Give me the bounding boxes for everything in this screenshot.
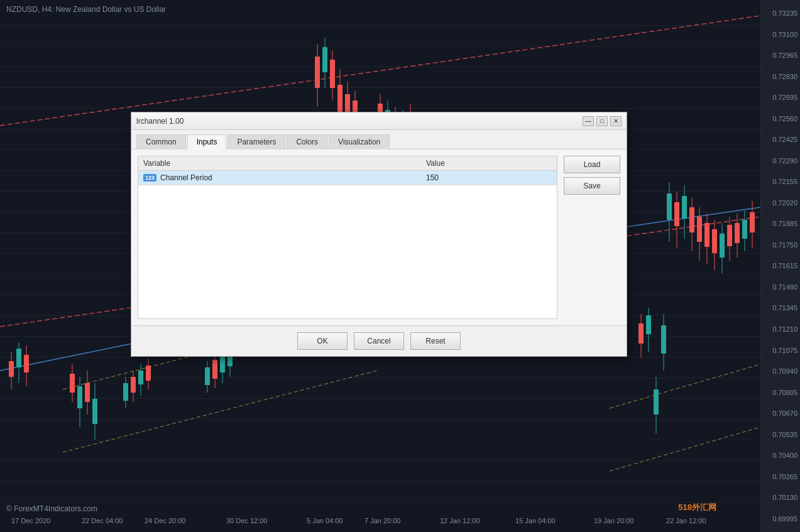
svg-rect-39: [315, 57, 320, 88]
col-header-variable: Variable: [143, 159, 426, 168]
tab-inputs[interactable]: Inputs: [187, 134, 227, 149]
watermark-left: © ForexMT4Indicators.com: [6, 504, 97, 513]
svg-rect-35: [220, 355, 225, 372]
svg-line-7: [610, 207, 760, 229]
svg-rect-19: [85, 383, 90, 402]
svg-rect-21: [92, 399, 97, 424]
time-label-7: 15 Jan 04:00: [515, 517, 556, 524]
price-label-2: 0.72965: [764, 52, 797, 59]
svg-rect-11: [16, 349, 21, 367]
dialog-footer: OK Cancel Reset: [131, 325, 627, 356]
time-label-9: 22 Jan 12:00: [666, 517, 706, 524]
price-label-10: 0.71885: [764, 220, 797, 227]
time-axis: 17 Dec 2020 22 Dec 04:00 24 Dec 20:00 30…: [0, 514, 760, 527]
grid-line: [0, 46, 760, 46]
grid-line: [0, 440, 760, 440]
svg-rect-25: [131, 377, 136, 393]
svg-rect-85: [727, 225, 732, 246]
svg-rect-69: [667, 193, 672, 220]
price-label-20: 0.70535: [764, 431, 797, 438]
price-label-4: 0.72695: [764, 94, 797, 101]
price-label-24: 0.69995: [764, 515, 797, 523]
price-label-17: 0.70940: [764, 367, 797, 375]
svg-rect-89: [742, 220, 747, 239]
price-label-23: 0.70130: [764, 494, 797, 501]
price-label-22: 0.70265: [764, 473, 797, 480]
grid-line: [0, 108, 760, 109]
table-row[interactable]: 123 Channel Period 150: [138, 171, 557, 185]
chart-title: NZDUSD, H4: New Zealand Dollar vs US Dol…: [6, 5, 166, 14]
price-label-5: 0.72560: [764, 115, 797, 122]
grid-line: [0, 398, 760, 399]
grid-line: [0, 502, 760, 502]
svg-rect-31: [205, 367, 210, 385]
time-label-6: 12 Jan 12:00: [440, 517, 480, 524]
price-label-21: 0.70400: [764, 452, 797, 459]
svg-rect-73: [682, 196, 687, 219]
reset-button[interactable]: Reset: [410, 332, 461, 350]
tab-parameters[interactable]: Parameters: [227, 134, 285, 149]
inputs-table: Variable Value 123 Channel Period 150: [138, 156, 557, 319]
price-label-18: 0.70805: [764, 389, 797, 396]
tab-colors[interactable]: Colors: [287, 134, 327, 149]
time-label-8: 19 Jan 20:00: [594, 517, 634, 524]
dialog[interactable]: lrchannel 1.00 — □ ✕ Common Inputs Param…: [131, 112, 627, 357]
svg-rect-83: [720, 234, 725, 258]
grid-line: [0, 377, 760, 378]
price-label-1: 0.73100: [764, 31, 797, 38]
svg-rect-13: [24, 355, 29, 372]
svg-rect-65: [654, 389, 659, 415]
grid-line: [0, 87, 760, 88]
dialog-body: Variable Value 123 Channel Period 150 Lo…: [131, 149, 627, 325]
svg-rect-61: [638, 323, 644, 344]
price-label-3: 0.72830: [764, 73, 797, 80]
svg-rect-75: [689, 207, 694, 232]
svg-rect-41: [322, 47, 327, 72]
svg-rect-77: [697, 217, 702, 242]
time-label-0: 17 Dec 2020: [11, 517, 50, 524]
price-label-9: 0.72020: [764, 199, 797, 207]
svg-line-0: [0, 16, 760, 126]
price-label-7: 0.72290: [764, 157, 797, 165]
load-button[interactable]: Load: [564, 156, 620, 173]
close-button[interactable]: ✕: [610, 116, 622, 126]
minimize-button[interactable]: —: [583, 116, 594, 126]
price-label-11: 0.71750: [764, 241, 797, 249]
price-label-14: 0.71345: [764, 304, 797, 312]
dialog-title: lrchannel 1.00: [136, 117, 184, 126]
tab-common[interactable]: Common: [136, 134, 186, 149]
svg-rect-91: [750, 212, 755, 232]
variable-value[interactable]: 150: [426, 173, 552, 182]
tab-visualization[interactable]: Visualization: [329, 134, 390, 149]
price-label-12: 0.71615: [764, 262, 797, 269]
svg-line-5: [610, 427, 760, 471]
svg-rect-29: [146, 366, 151, 381]
svg-rect-79: [704, 223, 710, 247]
price-label-0: 0.73235: [764, 9, 797, 17]
svg-rect-67: [661, 325, 666, 354]
maximize-button[interactable]: □: [596, 116, 608, 126]
svg-rect-63: [646, 315, 651, 334]
save-button[interactable]: Save: [564, 177, 620, 195]
cancel-button[interactable]: Cancel: [354, 332, 404, 350]
grid-line: [0, 25, 760, 26]
grid-line: [0, 481, 760, 482]
dialog-titlebar: lrchannel 1.00 — □ ✕: [131, 112, 627, 130]
grid-line: [0, 419, 760, 420]
price-label-6: 0.72425: [764, 136, 797, 143]
svg-rect-43: [330, 60, 335, 88]
svg-rect-71: [674, 202, 679, 226]
svg-rect-17: [77, 386, 82, 408]
grid-line: [0, 357, 760, 357]
price-label-15: 0.71210: [764, 325, 797, 333]
price-label-19: 0.70670: [764, 410, 797, 417]
price-label-13: 0.71480: [764, 283, 797, 291]
ok-button[interactable]: OK: [297, 332, 348, 350]
time-label-2: 24 Dec 20:00: [145, 517, 185, 524]
svg-line-4: [610, 364, 760, 408]
svg-rect-15: [70, 374, 75, 393]
price-label-16: 0.71075: [764, 347, 797, 354]
grid-line: [0, 460, 760, 461]
time-label-3: 30 Dec 12:00: [226, 517, 267, 524]
dialog-tabs: Common Inputs Parameters Colors Visualiz…: [131, 130, 627, 149]
